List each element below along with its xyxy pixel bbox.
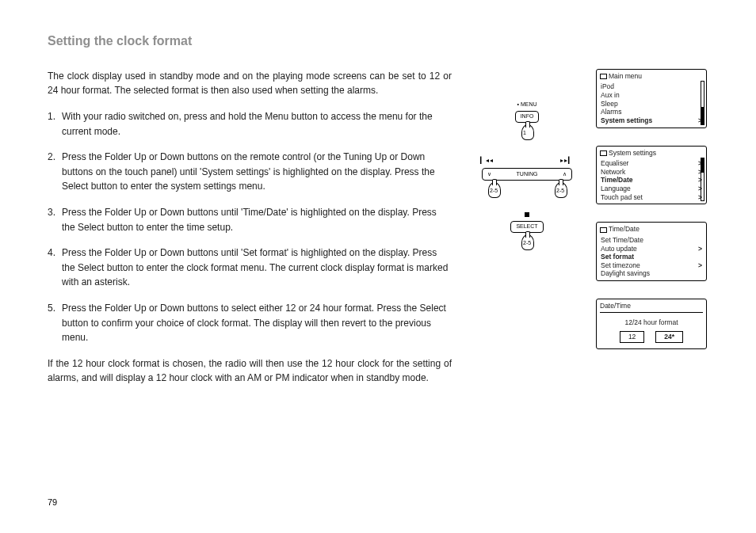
hand-icon: 1 [518,124,536,145]
screen-time-date: Time/Date Set Time/Date Auto update> Set… [596,222,707,281]
hand-icon: 2-5 [552,182,569,203]
menu-glyph-icon [600,150,607,156]
list-item: iPod [600,82,703,91]
up-icon: ∧ [563,169,567,180]
page-number: 79 [48,496,57,509]
step-5: 5. Press the Folder Up or Down buttons t… [48,301,452,345]
list-item-highlighted: Time/Date> [600,176,703,185]
option-12h: 12 [620,331,644,343]
option-24h-selected: 24* [655,331,683,343]
menu-label: • MENU [517,101,536,107]
prev-track-icon: ▎◂◂ [480,156,494,166]
list-item: Equaliser> [600,159,703,168]
step-2: 2. Press the Folder Up or Down buttons o… [48,150,452,194]
next-track-icon: ▸▸▎ [560,156,574,166]
list-item: Set Time/Date [600,236,703,245]
stop-icon [525,212,529,217]
list-item: Daylight savings [600,269,703,278]
format-caption: 12/24 hour format [600,318,703,327]
remote-illustration: • MENU INFO 1 ▎◂◂ ▸▸▎ ∨ TUNING ∧ 2-5 [475,69,578,397]
menu-glyph-icon [600,74,607,79]
step-3: 3. Press the Folder Up or Down buttons u… [48,205,452,234]
list-item: Sleep [600,100,703,109]
intro-paragraph: The clock display used in standby mode a… [48,69,452,98]
list-item: Network> [600,168,703,177]
list-item: Set timezone> [600,261,703,270]
step-4: 4. Press the Folder Up or Down buttons u… [48,246,452,290]
hand-icon: 2-5 [485,182,502,203]
list-item: Auto update> [600,245,703,253]
menu-glyph-icon [600,227,607,233]
list-item: Alarms [600,108,703,116]
down-icon: ∨ [487,169,491,180]
scrollbar [701,81,704,125]
scrollbar [701,158,704,202]
outro-paragraph: If the 12 hour clock format is chosen, t… [48,356,452,386]
list-item-highlighted: System settings> [600,116,703,125]
screen-clock-format: Date/Time 12/24 hour format 12 24* [596,299,707,349]
list-item-highlighted: Set format [600,253,703,261]
screen-system-settings: System settings Equaliser> Network> Time… [596,146,707,205]
step-1: 1. With your radio switched on, press an… [48,109,452,139]
body-text-column: The clock display used in standby mode a… [48,69,452,397]
section-heading: Setting the clock format [48,32,716,51]
list-item: Language> [600,185,703,193]
hand-icon: 2-5 [518,234,536,255]
screen-main-menu: Main menu iPod Aux in Sleep Alarms Syste… [596,69,707,128]
list-item: Touch pad set> [600,193,703,202]
screens-column: Main menu iPod Aux in Sleep Alarms Syste… [596,69,715,397]
list-item: Aux in [600,91,703,100]
